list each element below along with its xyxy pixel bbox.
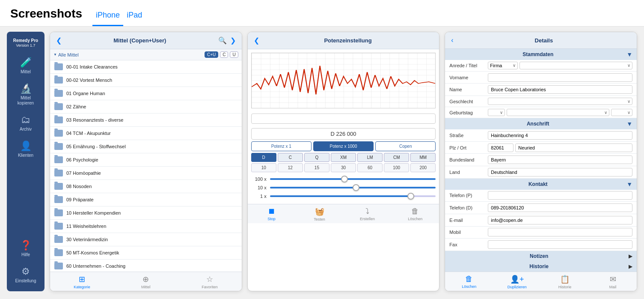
geschlecht-select[interactable]: ∨: [488, 98, 632, 105]
scale-mm[interactable]: MM: [410, 153, 436, 162]
kontakt-arrow[interactable]: ▼: [626, 181, 632, 188]
slider-100x: 100 x: [251, 176, 436, 182]
folder-item[interactable]: 08 Nosoden: [50, 180, 242, 193]
footer-loeschen2[interactable]: 🗑 Löschen: [404, 207, 426, 221]
screen-mittel: ❮ Mittel (Copen+User) 🔍 ❯ ▼ Alle Mittel …: [50, 32, 242, 291]
scale-100[interactable]: 100: [384, 163, 409, 172]
slider-1x-thumb[interactable]: [407, 193, 414, 200]
folder-icon: [54, 196, 63, 203]
titel-select[interactable]: ∨: [519, 62, 632, 69]
filter-btn-c[interactable]: C: [220, 51, 228, 58]
geb-day-select[interactable]: ∨: [488, 109, 505, 116]
scale-d[interactable]: D: [251, 153, 276, 162]
loeschen-icon: 🗑: [465, 275, 473, 284]
footer-testen[interactable]: 🧺 Testen: [309, 207, 330, 221]
slider-100x-thumb[interactable]: [341, 176, 348, 182]
slider-10x-thumb[interactable]: [353, 184, 359, 191]
sidebar-item-einstellung[interactable]: ⚙ Einstellung: [7, 262, 45, 288]
folder-item[interactable]: 03 Resonanztests - diverse: [50, 114, 242, 127]
sidebar-item-archiv[interactable]: 🗂 Archiv: [7, 110, 45, 136]
stammdaten-arrow[interactable]: ▼: [626, 51, 632, 58]
scale-30[interactable]: 30: [331, 163, 356, 172]
folder-item[interactable]: 10 Hersteller Kompendien: [50, 206, 242, 220]
scale-12[interactable]: 12: [278, 163, 303, 172]
anrede-select[interactable]: Firma∨: [488, 62, 518, 69]
folder-item[interactable]: 04 TCM - Akupunktur: [50, 127, 242, 140]
geb-year-select[interactable]: ∨: [611, 109, 632, 116]
page-title: Screenshots: [10, 7, 82, 21]
scale-xm[interactable]: XM: [331, 153, 356, 162]
folder-item[interactable]: 05 Ernährung - Stoffwechsel: [50, 140, 242, 153]
mobil-input[interactable]: [488, 228, 632, 236]
geb-month-select[interactable]: ∨: [507, 109, 609, 116]
filter-btn-cpu[interactable]: C+U: [205, 51, 218, 58]
footer-mittel[interactable]: ⊕ Mittel: [135, 275, 157, 289]
footer-kategorie[interactable]: ⊞ Kategorie: [71, 275, 93, 289]
footer-historie[interactable]: 📋 Historie: [554, 275, 576, 289]
scale-200[interactable]: 200: [410, 163, 436, 172]
folder-item[interactable]: 02 Zähne: [50, 100, 242, 114]
folder-item[interactable]: 60 Unternehmen - Coaching: [50, 260, 242, 272]
notizen-header[interactable]: Notizen ▶: [445, 251, 637, 261]
telefon-p-input[interactable]: [488, 191, 632, 200]
potenz-search-input[interactable]: [251, 114, 436, 124]
tab-iphone[interactable]: iPhone: [92, 11, 123, 26]
footer-duplizieren[interactable]: 👤+ Duplizieren: [506, 275, 528, 289]
land-input[interactable]: [488, 168, 632, 176]
plz-input[interactable]: [488, 144, 513, 152]
folder-item[interactable]: 01 Organe Human: [50, 87, 242, 100]
scale-cm[interactable]: CM: [384, 153, 409, 162]
potenz-x1-btn[interactable]: Potenz x 1: [251, 141, 312, 151]
scale-60[interactable]: 60: [357, 163, 383, 172]
potenz-back-btn[interactable]: ❮: [252, 36, 261, 45]
screen2-title: Potenzeinstellung: [261, 37, 435, 44]
sidebar-item-mittel-kopieren[interactable]: 🔬 Mittelkopieren: [7, 79, 45, 110]
potenz-x1000-btn[interactable]: Potenz x 1000: [313, 141, 374, 151]
name-input[interactable]: [488, 85, 632, 94]
folder-item[interactable]: 30 Veterinärmedizin: [50, 233, 242, 246]
details-back-btn[interactable]: ‹: [449, 36, 455, 45]
footer-loeschen[interactable]: 🗑 Löschen: [458, 275, 480, 289]
slider-1x-track[interactable]: [270, 195, 436, 197]
folder-item[interactable]: 11 Weisheitslehren: [50, 220, 242, 233]
folder-item[interactable]: 06 Psychologie: [50, 153, 242, 167]
folder-item[interactable]: 50 MT-Kosmos Energetik: [50, 246, 242, 260]
tab-ipad[interactable]: iPad: [123, 11, 145, 26]
header-tabs: iPhone iPad: [92, 11, 145, 26]
forward-btn[interactable]: ❯: [229, 36, 237, 45]
folder-item[interactable]: 09 Präparate: [50, 193, 242, 206]
footer-erstellen[interactable]: ⤵ Erstellen: [356, 207, 378, 221]
ort-input[interactable]: [515, 144, 632, 152]
telefon-d-input[interactable]: [488, 203, 632, 212]
bundesland-input[interactable]: [488, 155, 632, 164]
scale-15[interactable]: 15: [304, 163, 329, 172]
back-menu-btn[interactable]: ❮: [54, 36, 63, 45]
scale-c[interactable]: C: [278, 153, 303, 162]
scale-lm[interactable]: LM: [357, 153, 383, 162]
folder-item[interactable]: 00-02 Vortest Mensch: [50, 74, 242, 87]
vorname-input[interactable]: [488, 73, 632, 82]
search-btn[interactable]: 🔍: [217, 36, 229, 45]
folder-item[interactable]: 00-01 Intake Clearances: [50, 60, 242, 74]
filter-btn-u[interactable]: U: [230, 51, 238, 58]
strasse-input[interactable]: [488, 131, 632, 140]
slider-100x-track[interactable]: [270, 178, 436, 180]
sidebar-item-klienten[interactable]: 👤 Klienten: [7, 136, 45, 162]
footer-stop[interactable]: ⏹ Stop: [261, 207, 282, 221]
slider-10x-track[interactable]: [270, 187, 436, 188]
screen2-header: ❮ Potenzeinstellung: [248, 32, 439, 49]
sidebar-item-hilfe[interactable]: ❓ Hilfe: [7, 236, 45, 262]
folder-item[interactable]: 07 Homöopathie: [50, 167, 242, 180]
footer-favoriten[interactable]: ☆ Favoriten: [199, 275, 220, 289]
anschrift-arrow[interactable]: ▼: [626, 120, 632, 127]
scale-q[interactable]: Q: [304, 153, 329, 162]
historie-header[interactable]: Historie ▶: [445, 261, 637, 272]
scale-10[interactable]: 10: [251, 163, 276, 172]
sidebar-item-mittel[interactable]: 🧪 Mittel: [7, 53, 45, 79]
footer-mail[interactable]: ✉ Mail: [602, 275, 623, 289]
email-input[interactable]: [488, 216, 632, 224]
fax-input[interactable]: [488, 240, 632, 249]
potenz-copen-btn[interactable]: Copen: [375, 141, 436, 151]
page-header: Screenshots iPhone iPad: [0, 0, 644, 27]
chevron-down-icon2: ∨: [627, 63, 630, 68]
